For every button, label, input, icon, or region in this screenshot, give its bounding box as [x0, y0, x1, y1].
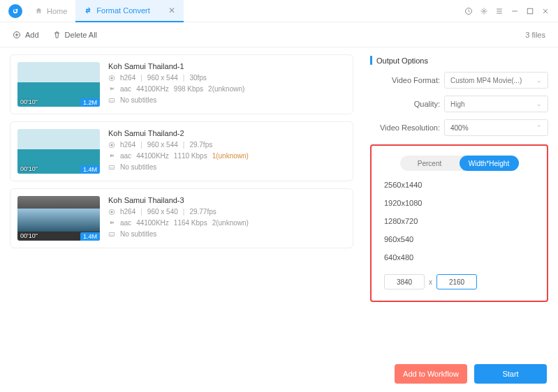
- svg-rect-12: [109, 232, 115, 236]
- tab-label: Format Convert: [96, 6, 149, 15]
- video-icon: [108, 75, 115, 82]
- duration-badge: 00'10": [20, 232, 38, 239]
- resolution-preset[interactable]: 1280x720: [384, 217, 536, 225]
- resolution-dropdown: Percent Width*Height 2560x14401920x10801…: [370, 144, 548, 302]
- trash-icon: [53, 31, 61, 39]
- audio-codec: aac: [120, 85, 131, 93]
- resolution-preset[interactable]: 640x480: [384, 253, 536, 262]
- add-label: Add: [25, 31, 39, 39]
- x-separator: x: [429, 278, 432, 286]
- output-options-header: Output Options: [370, 56, 548, 65]
- file-card[interactable]: 00'10"1.4MKoh Samui Thailand-2h264|960 x…: [10, 121, 353, 181]
- tab-format-convert[interactable]: Format Convert ✕: [75, 0, 183, 22]
- video-codec: h264: [120, 141, 135, 149]
- chevron-up-icon: ⌃: [536, 124, 542, 131]
- svg-point-11: [111, 211, 113, 213]
- output-options-title: Output Options: [376, 56, 428, 65]
- video-icon: [108, 209, 115, 216]
- duration-badge: 00'10": [20, 165, 38, 172]
- audio-rate: 44100KHz: [136, 152, 169, 160]
- audio-rate: 44100KHz: [136, 219, 169, 227]
- audio-channels: 1(unknown): [212, 152, 249, 160]
- quality-label: Quality:: [370, 100, 440, 108]
- app-logo: [8, 4, 22, 18]
- refresh-icon: [12, 8, 19, 15]
- chevron-down-icon: ⌄: [536, 77, 542, 84]
- filesize-badge: 1.4M: [80, 165, 100, 174]
- svg-point-1: [483, 10, 485, 12]
- menu-icon[interactable]: [495, 7, 504, 15]
- subtitle-info: No subtitles: [120, 230, 156, 238]
- file-count: 3 files: [525, 31, 545, 39]
- video-resolution: 960 x 544: [147, 74, 178, 82]
- video-icon: [108, 142, 115, 149]
- tab-home[interactable]: Home: [27, 0, 75, 22]
- file-card[interactable]: 00'10"1.2MKoh Samui Thailand-1h264|960 x…: [10, 54, 353, 114]
- audio-rate: 44100KHz: [136, 85, 169, 93]
- svg-rect-2: [527, 8, 533, 14]
- audio-icon: [108, 153, 115, 160]
- audio-bitrate: 1164 Kbps: [174, 219, 207, 227]
- chevron-down-icon: ⌄: [536, 100, 542, 107]
- close-button[interactable]: [541, 7, 550, 15]
- minimize-button[interactable]: [511, 7, 519, 15]
- video-resolution: 960 x 544: [147, 141, 178, 149]
- svg-point-8: [111, 144, 113, 146]
- video-thumbnail: 00'10"1.4M: [17, 196, 100, 241]
- filesize-badge: 1.4M: [80, 232, 100, 241]
- maximize-button[interactable]: [526, 7, 534, 15]
- video-fps: 29.77fps: [189, 208, 216, 216]
- svg-point-5: [111, 77, 113, 79]
- subtitle-icon: [108, 164, 115, 171]
- convert-icon: [84, 6, 92, 15]
- settings-icon[interactable]: [480, 7, 488, 15]
- toggle-width-height[interactable]: Width*Height: [460, 156, 519, 171]
- delete-all-button[interactable]: Delete All: [53, 31, 97, 39]
- duration-badge: 00'10": [20, 98, 38, 105]
- file-list: 00'10"1.2MKoh Samui Thailand-1h264|960 x…: [0, 47, 363, 392]
- start-button[interactable]: Start: [474, 364, 547, 384]
- footer-actions: Add to Workflow Start: [395, 364, 547, 384]
- audio-bitrate: 1110 Kbps: [174, 152, 207, 160]
- custom-width-input[interactable]: [384, 274, 425, 289]
- history-icon[interactable]: [464, 7, 473, 15]
- delete-all-label: Delete All: [65, 31, 97, 39]
- plus-circle-icon: [13, 31, 21, 39]
- subtitle-info: No subtitles: [120, 96, 156, 104]
- video-format-select[interactable]: Custom MP4 Movie(...) ⌄: [444, 72, 548, 89]
- video-format-label: Video Format:: [370, 76, 440, 84]
- file-card[interactable]: 00'10"1.4MKoh Samui Thailand-3h264|960 x…: [10, 188, 353, 248]
- tab-label: Home: [47, 7, 67, 15]
- video-fps: 30fps: [189, 74, 206, 82]
- resolution-select[interactable]: 400% ⌃: [444, 119, 548, 136]
- output-options-panel: Output Options Video Format: Custom MP4 …: [363, 47, 558, 392]
- custom-height-input[interactable]: [436, 274, 477, 289]
- video-thumbnail: 00'10"1.2M: [17, 62, 100, 107]
- audio-icon: [108, 86, 115, 93]
- title-bar: Home Format Convert ✕: [0, 0, 558, 22]
- video-fps: 29.7fps: [189, 141, 212, 149]
- video-thumbnail: 00'10"1.4M: [17, 129, 100, 174]
- resolution-preset[interactable]: 2560x1440: [384, 181, 536, 189]
- resolution-mode-toggle: Percent Width*Height: [400, 156, 519, 171]
- toggle-percent[interactable]: Percent: [400, 156, 460, 171]
- video-codec: h264: [120, 74, 135, 82]
- resolution-label: Video Resolution:: [370, 123, 440, 132]
- file-title: Koh Samui Thailand-1: [108, 62, 346, 70]
- quality-select[interactable]: High ⌄: [444, 96, 548, 112]
- resolution-preset[interactable]: 1920x1080: [384, 199, 536, 207]
- subtitle-info: No subtitles: [120, 163, 156, 171]
- add-to-workflow-button[interactable]: Add to Workflow: [395, 364, 467, 384]
- audio-codec: aac: [120, 152, 131, 160]
- filesize-badge: 1.2M: [80, 98, 100, 107]
- audio-icon: [108, 220, 115, 227]
- video-codec: h264: [120, 208, 135, 216]
- tab-close-button[interactable]: ✕: [168, 6, 175, 15]
- resolution-preset[interactable]: 960x540: [384, 235, 536, 243]
- file-title: Koh Samui Thailand-3: [108, 196, 346, 204]
- add-button[interactable]: Add: [13, 31, 39, 39]
- file-title: Koh Samui Thailand-2: [108, 129, 346, 137]
- svg-rect-6: [109, 98, 115, 102]
- resolution-custom-row: x: [384, 274, 536, 289]
- audio-bitrate: 998 Kbps: [174, 85, 203, 93]
